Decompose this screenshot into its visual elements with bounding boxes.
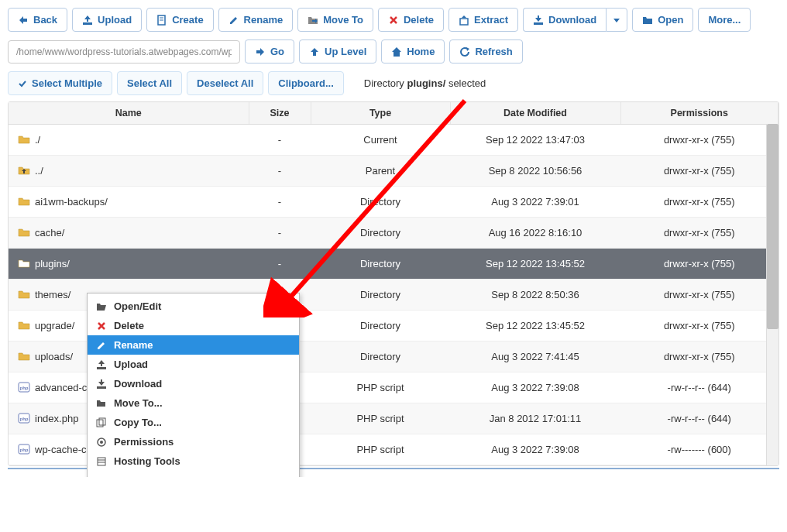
cell-name: ../ (9, 156, 249, 187)
more-button[interactable]: More... (698, 8, 751, 32)
download-icon (95, 379, 108, 390)
delete-button[interactable]: Delete (378, 8, 444, 32)
folder-icon (18, 289, 30, 300)
ctx-label: Upload (114, 359, 148, 370)
ctx-item-copyto[interactable]: Copy To... (88, 413, 299, 432)
table-row[interactable]: ../-ParentSep 8 2022 10:56:56drwxr-xr-x … (9, 156, 778, 187)
col-perm[interactable]: Permissions (620, 102, 778, 125)
ctx-item-hosting[interactable]: Hosting Tools (88, 451, 299, 471)
scrollbar[interactable] (766, 124, 778, 465)
back-label: Back (33, 14, 57, 26)
cell-type: Directory (311, 218, 450, 249)
file-name: ./ (35, 134, 40, 146)
cell-date: Sep 12 2022 13:45:52 (450, 311, 620, 342)
svg-text:php: php (20, 417, 29, 421)
ctx-item-delete[interactable]: Delete (88, 316, 299, 335)
cell-perm: drwxr-xr-x (755) (620, 311, 778, 342)
php-icon: php (18, 413, 30, 424)
upload-button[interactable]: Upload (72, 8, 142, 32)
open-button[interactable]: Open (632, 8, 693, 32)
col-size[interactable]: Size (249, 102, 311, 125)
table-row[interactable]: ai1wm-backups/-DirectoryAug 3 2022 7:39:… (9, 187, 778, 218)
ctx-item-moveto[interactable]: Move To... (88, 393, 299, 413)
col-type[interactable]: Type (311, 102, 450, 125)
arrow-up-icon (309, 46, 320, 57)
ctx-item-download[interactable]: Download (88, 374, 299, 393)
move-icon (308, 15, 318, 26)
move-to-button[interactable]: Move To (297, 8, 373, 32)
cell-type: Directory (311, 249, 450, 280)
deselect-all-label: Deselect All (197, 77, 253, 89)
select-multiple-button[interactable]: Select Multiple (8, 71, 112, 95)
up-icon (18, 165, 30, 176)
copyto-icon (95, 417, 108, 428)
deselect-all-button[interactable]: Deselect All (187, 71, 263, 95)
ctx-item-rename[interactable]: Rename (88, 335, 299, 355)
ctx-item-upload[interactable]: Upload (88, 355, 299, 374)
folder-icon (18, 258, 30, 269)
cell-type: PHP script (311, 403, 450, 434)
rename-label: Rename (244, 14, 284, 26)
rename-button[interactable]: Rename (218, 8, 294, 32)
cell-name: ai1wm-backups/ (9, 187, 249, 218)
svg-rect-4 (460, 19, 468, 25)
download-dropdown-button[interactable] (606, 8, 627, 32)
home-button[interactable]: Home (381, 39, 445, 63)
select-all-button[interactable]: Select All (117, 71, 182, 95)
col-name[interactable]: Name (9, 102, 249, 125)
check-icon (18, 79, 27, 88)
table-row[interactable]: ./-CurrentSep 12 2022 13:47:03drwxr-xr-x… (9, 125, 778, 156)
col-date[interactable]: Date Modified (450, 102, 620, 125)
cell-date: Aug 3 2022 7:39:01 (450, 187, 620, 218)
create-button[interactable]: Create (146, 8, 213, 32)
cell-perm: drwxr-xr-x (755) (620, 342, 778, 372)
upload-icon (82, 15, 93, 26)
upload-icon (95, 359, 108, 370)
table-header-row: Name Size Type Date Modified Permissions (9, 102, 778, 125)
table-row[interactable]: cache/-DirectoryAug 16 2022 8:16:10drwxr… (9, 218, 778, 249)
select-all-label: Select All (127, 77, 172, 89)
file-name: advanced-ca (35, 382, 92, 393)
refresh-label: Refresh (475, 46, 512, 57)
rename-icon (95, 340, 108, 351)
php-icon: php (18, 382, 30, 393)
ctx-item-perm[interactable]: Permissions (88, 432, 299, 451)
context-menu: Open/EditDeleteRenameUploadDownloadMove … (87, 293, 300, 477)
delete-icon (95, 321, 108, 331)
ctx-label: Open/Edit (114, 300, 161, 312)
svg-text:php: php (20, 448, 29, 452)
refresh-button[interactable]: Refresh (449, 39, 522, 63)
create-label: Create (172, 14, 203, 26)
cell-date: Sep 8 2022 8:50:36 (450, 280, 620, 311)
scrollbar-thumb[interactable] (767, 124, 778, 329)
download-label: Download (548, 14, 596, 26)
file-name: ../ (35, 165, 43, 177)
status-suffix: selected (445, 77, 486, 89)
ctx-item-link[interactable]: External Access Links... (88, 471, 299, 477)
download-button[interactable]: Download (523, 8, 606, 32)
file-name: index.php (35, 413, 78, 424)
clipboard-label: Clipboard... (278, 77, 334, 89)
cell-size: - (249, 125, 311, 156)
cell-name: cache/ (9, 218, 249, 249)
ctx-label: Hosting Tools (114, 455, 180, 467)
file-name: uploads/ (35, 351, 73, 362)
up-level-button[interactable]: Up Level (299, 39, 376, 63)
table-row[interactable]: plugins/-DirectorySep 12 2022 13:45:52dr… (9, 249, 778, 280)
selection-status: Directory plugins/ selected (364, 77, 486, 89)
ctx-label: Move To... (114, 397, 163, 409)
selection-row: Select Multiple Select All Deselect All … (8, 71, 779, 95)
file-name: plugins/ (35, 258, 70, 269)
caret-down-icon (613, 16, 620, 24)
folder-icon (18, 227, 30, 238)
open-icon (95, 301, 108, 312)
cell-perm: -rw-r--r-- (644) (620, 403, 778, 434)
extract-button[interactable]: Extract (448, 8, 518, 32)
delete-x-icon (388, 15, 399, 26)
back-button[interactable]: Back (8, 8, 67, 32)
ctx-item-open[interactable]: Open/Edit (88, 297, 299, 316)
clipboard-button[interactable]: Clipboard... (268, 71, 344, 95)
cell-date: Sep 12 2022 13:47:03 (450, 125, 620, 156)
path-input[interactable] (8, 40, 240, 63)
go-button[interactable]: Go (245, 39, 294, 63)
